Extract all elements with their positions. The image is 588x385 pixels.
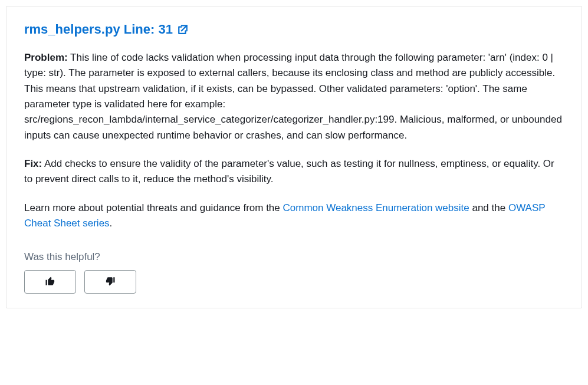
feedback-section: Was this helpful?	[24, 251, 564, 294]
file-line-link[interactable]: rms_helpers.py Line: 31	[24, 22, 188, 37]
thumbs-down-icon	[105, 276, 116, 288]
problem-section: Problem: This line of code lacks validat…	[24, 50, 564, 143]
file-line-text: rms_helpers.py Line: 31	[24, 22, 173, 37]
external-link-icon	[178, 24, 188, 35]
recommendation-card: rms_helpers.py Line: 31 Problem: This li…	[6, 6, 582, 308]
feedback-buttons	[24, 270, 564, 294]
fix-section: Fix: Add checks to ensure the validity o…	[24, 156, 564, 187]
learn-more-section: Learn more about potential threats and g…	[24, 200, 564, 232]
cwe-link[interactable]: Common Weakness Enumeration website	[283, 202, 469, 213]
thumbs-up-icon	[45, 276, 55, 288]
learn-more-middle: and the	[469, 202, 508, 213]
fix-text: Add checks to ensure the validity of the…	[24, 158, 554, 185]
fix-label: Fix:	[24, 158, 42, 169]
learn-more-suffix: .	[110, 218, 113, 229]
problem-label: Problem:	[24, 52, 68, 63]
thumbs-up-button[interactable]	[24, 270, 76, 294]
thumbs-down-button[interactable]	[84, 270, 136, 294]
feedback-question: Was this helpful?	[24, 251, 564, 263]
problem-text: This line of code lacks validation when …	[24, 52, 562, 141]
learn-more-prefix: Learn more about potential threats and g…	[24, 202, 283, 213]
